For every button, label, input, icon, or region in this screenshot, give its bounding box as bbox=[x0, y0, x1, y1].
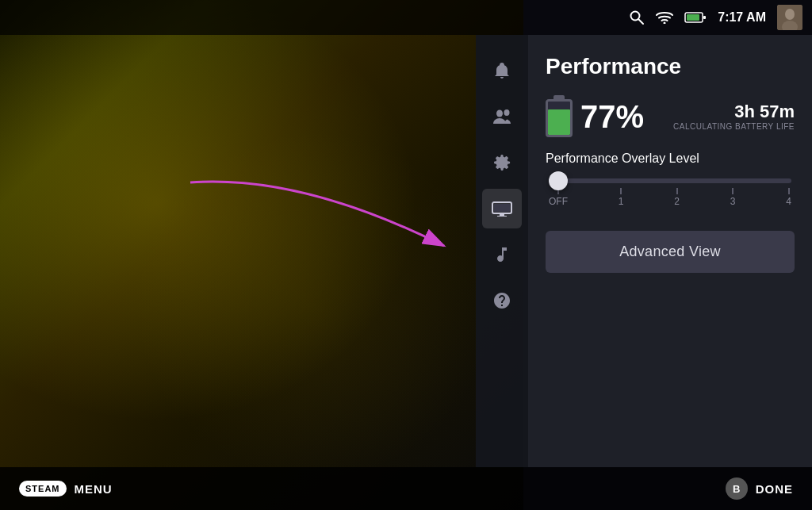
battery-calc-label: CALCULATING BATTERY LIFE bbox=[673, 122, 795, 131]
tick-4: 4 bbox=[786, 188, 791, 207]
slider-thumb[interactable] bbox=[549, 171, 568, 190]
sidebar-item-help[interactable] bbox=[482, 281, 522, 320]
status-bar: 7:17 AM bbox=[0, 0, 812, 35]
svg-rect-14 bbox=[500, 213, 504, 216]
slider-track bbox=[549, 178, 791, 183]
b-button-badge[interactable]: B bbox=[726, 477, 748, 500]
battery-icon bbox=[546, 95, 573, 137]
battery-right: 3h 57m CALCULATING BATTERY LIFE bbox=[673, 102, 795, 131]
tick-3: 3 bbox=[730, 188, 736, 207]
game-bg-overlay bbox=[0, 0, 523, 510]
menu-label: MENU bbox=[75, 482, 113, 496]
overlay-title: Performance Overlay Level bbox=[546, 151, 795, 166]
performance-slider[interactable]: OFF 1 2 3 4 bbox=[546, 178, 795, 207]
status-time: 7:17 AM bbox=[718, 10, 766, 25]
tick-off: OFF bbox=[549, 188, 568, 207]
advanced-view-button[interactable]: Advanced View bbox=[546, 231, 795, 273]
svg-point-10 bbox=[496, 110, 503, 117]
user-avatar[interactable] bbox=[777, 5, 802, 30]
done-label: DONE bbox=[756, 482, 793, 496]
sidebar-item-music[interactable] bbox=[482, 235, 522, 274]
battery-row: 77% 3h 57m CALCULATING BATTERY LIFE bbox=[546, 95, 795, 137]
search-icon[interactable] bbox=[629, 10, 645, 25]
sidebar-item-notifications[interactable] bbox=[482, 51, 522, 90]
battery-status-icon bbox=[684, 11, 707, 24]
panel-title: Performance bbox=[546, 54, 795, 79]
svg-rect-4 bbox=[687, 14, 699, 21]
game-background bbox=[0, 0, 523, 510]
steam-badge[interactable]: STEAM bbox=[19, 481, 67, 497]
svg-rect-13 bbox=[494, 204, 510, 212]
tick-1: 1 bbox=[619, 188, 624, 207]
battery-percent: 77% bbox=[580, 101, 644, 132]
performance-panel: Performance 77% 3h 57m CALCULATING BATTE… bbox=[528, 35, 812, 467]
battery-time: 3h 57m bbox=[673, 102, 795, 122]
sidebar-item-performance[interactable] bbox=[482, 189, 522, 228]
svg-point-7 bbox=[785, 9, 795, 20]
svg-rect-15 bbox=[497, 216, 507, 217]
sidebar-item-settings[interactable] bbox=[482, 143, 522, 182]
sidebar bbox=[476, 35, 528, 467]
battery-left: 77% bbox=[546, 95, 644, 137]
slider-ticks: OFF 1 2 3 4 bbox=[549, 183, 791, 207]
bottom-bar: STEAM MENU B DONE bbox=[0, 467, 812, 510]
battery-fill bbox=[548, 109, 570, 135]
tick-2: 2 bbox=[674, 188, 680, 207]
wifi-icon bbox=[656, 11, 673, 24]
svg-line-1 bbox=[638, 19, 643, 24]
bottom-right: B DONE bbox=[726, 477, 793, 500]
svg-rect-5 bbox=[703, 16, 706, 19]
svg-point-2 bbox=[664, 22, 666, 25]
svg-point-11 bbox=[504, 109, 510, 116]
bottom-left: STEAM MENU bbox=[19, 481, 113, 497]
sidebar-item-friends[interactable] bbox=[482, 97, 522, 136]
